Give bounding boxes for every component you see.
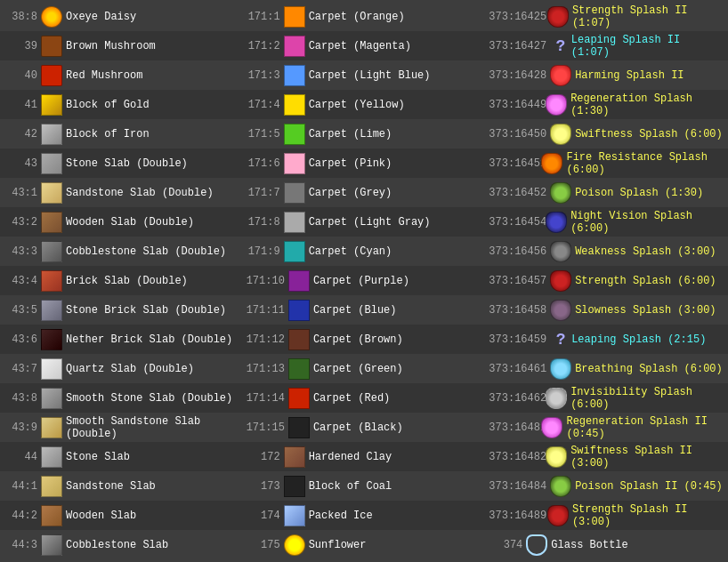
list-item[interactable]: 171:4Carpet (Yellow) (243, 90, 486, 119)
list-item[interactable]: 373:16454Night Vision Splash (6:00) (485, 207, 728, 237)
list-item[interactable]: 43:7Quartz Slab (Double) (0, 354, 243, 383)
list-item[interactable]: 373:16461Breathing Splash (6:00) (485, 354, 728, 383)
list-item[interactable]: 171:3Carpet (Light Blue) (243, 60, 486, 90)
item-name: Nether Brick Slab (Double) (66, 333, 232, 346)
list-item[interactable]: 43:5Stone Brick Slab (Double) (0, 295, 243, 325)
item-id: 171:2 (247, 40, 284, 52)
list-item[interactable]: 43:3Cobblestone Slab (Double) (0, 237, 243, 266)
list-item[interactable]: 171:6Carpet (Pink) (243, 149, 486, 178)
item-id: 373:16452 (489, 187, 550, 199)
list-item[interactable]: 38:8Oxeye Daisy (0, 2, 243, 31)
item-name: Cobblestone Slab (Double) (66, 245, 226, 258)
list-item[interactable]: 173Block of Coal (243, 471, 486, 501)
list-item[interactable]: 171:13Carpet (Green) (243, 354, 486, 383)
list-item[interactable]: 373:16489Strength Splash II (3:00) (485, 501, 728, 530)
list-item[interactable]: 373:16425Strength Splash II (1:07) (485, 2, 728, 31)
carpet-green-icon (288, 358, 310, 380)
item-id: 43:7 (4, 363, 41, 375)
item-id: 43:4 (4, 275, 41, 287)
list-item[interactable]: 41Block of Gold (0, 90, 243, 119)
item-id: 43:2 (4, 216, 41, 229)
list-item[interactable]: 171:9Carpet (Cyan) (243, 237, 486, 266)
list-item[interactable]: 44:3Cobblestone Slab (0, 530, 243, 559)
list-item[interactable]: 44:1Sandstone Slab (0, 471, 243, 501)
list-item[interactable]: 171:10Carpet (Purple) (243, 266, 486, 295)
list-item[interactable]: 43:9Smooth Sandstone Slab (Double) (0, 413, 243, 442)
item-id: 171:13 (247, 363, 288, 375)
list-item[interactable]: 43:1Sandstone Slab (Double) (0, 178, 243, 207)
list-item[interactable]: 374Glass Bottle (485, 530, 728, 559)
list-item[interactable]: 373:16450Swiftness Splash (6:00) (485, 119, 728, 149)
column-0: 38:8Oxeye Daisy39Brown Mushroom40Red Mus… (0, 0, 243, 561)
list-item[interactable]: 44Stone Slab (0, 442, 243, 471)
brick-icon (41, 270, 62, 292)
item-name: Carpet (Light Gray) (309, 216, 431, 229)
carpet-cyan-icon (284, 241, 305, 262)
item-name: Stone Brick Slab (Double) (66, 304, 226, 317)
list-item[interactable]: 373:16459?Leaping Splash (2:15) (485, 325, 728, 354)
list-item[interactable]: 43:4Brick Slab (Double) (0, 266, 243, 295)
potion-breath-icon (550, 358, 571, 380)
list-item[interactable]: 172Hardened Clay (243, 442, 486, 471)
list-item[interactable]: 373:16451Fire Resistance Splash (6:00) (485, 149, 728, 178)
list-item[interactable]: 175Sunflower (243, 530, 486, 559)
item-id: 373:16458 (489, 304, 550, 317)
list-item[interactable]: 171:8Carpet (Light Gray) (243, 207, 486, 237)
list-item[interactable]: 44:2Wooden Slab (0, 501, 243, 530)
list-item[interactable]: 373:16482Swiftness Splash II (3:00) (485, 442, 728, 471)
list-item[interactable]: 373:16428Harming Splash II (485, 60, 728, 90)
item-id: 171:12 (247, 333, 288, 346)
list-item[interactable]: 373:16427?Leaping Splash II (1:07) (485, 31, 728, 60)
item-name: Block of Coal (309, 480, 392, 493)
potion-fire-icon (541, 153, 562, 174)
list-item[interactable]: 373:16449Regeneration Splash (1:30) (485, 90, 728, 119)
list-item[interactable]: 43:2Wooden Slab (Double) (0, 207, 243, 237)
list-item[interactable]: 174Packed Ice (243, 501, 486, 530)
list-item[interactable]: 171:11Carpet (Blue) (243, 295, 486, 325)
carpet-light-blue-icon (284, 65, 305, 86)
list-item[interactable]: 43Stone Slab (Double) (0, 149, 243, 178)
carpet-purple-icon (288, 270, 310, 292)
list-item[interactable]: 171:1Carpet (Orange) (243, 2, 486, 31)
list-item[interactable]: 43:6Nether Brick Slab (Double) (0, 325, 243, 354)
red-mushroom-icon (41, 65, 62, 86)
item-id: 171:9 (247, 245, 284, 258)
list-item[interactable]: 171:7Carpet (Grey) (243, 178, 486, 207)
list-item[interactable]: 171:2Carpet (Magenta) (243, 31, 486, 60)
carpet-pink-icon (284, 153, 305, 174)
list-item[interactable]: 171:14Carpet (Red) (243, 383, 486, 413)
sandstone-icon (41, 182, 62, 204)
item-id: 44:3 (4, 539, 41, 551)
list-item[interactable]: 171:12Carpet (Brown) (243, 325, 486, 354)
list-item[interactable]: 373:16458Slowness Splash (3:00) (485, 295, 728, 325)
carpet-grey-icon (284, 182, 305, 204)
list-item[interactable]: 373:16452Poison Splash (1:30) (485, 178, 728, 207)
item-name: Strength Splash II (1:07) (572, 4, 724, 29)
list-item[interactable]: 40Red Mushroom (0, 60, 243, 90)
list-item[interactable]: 39Brown Mushroom (0, 31, 243, 60)
potion-swift-icon (550, 124, 571, 145)
item-name: Slowness Splash (3:00) (575, 304, 716, 317)
list-item[interactable]: 373:16462Invisibility Splash (6:00) (485, 383, 728, 413)
item-name: Regeneration Splash II (0:45) (566, 415, 724, 440)
item-name: Sandstone Slab (66, 480, 156, 493)
item-name: Quartz Slab (Double) (66, 363, 194, 375)
question-icon: ? (550, 329, 571, 350)
list-item[interactable]: 373:16484Poison Splash II (0:45) (485, 471, 728, 501)
item-id: 373:16459 (489, 333, 550, 346)
list-item[interactable]: 373:16457Strength Splash (6:00) (485, 266, 728, 295)
item-name: Block of Iron (66, 128, 150, 140)
item-id: 171:14 (247, 392, 288, 405)
potion-strength-icon (550, 270, 571, 292)
list-item[interactable]: 373:16481Regeneration Splash II (0:45) (485, 413, 728, 442)
item-name: Poison Splash (1:30) (575, 187, 703, 199)
list-item[interactable]: 373:16456Weakness Splash (3:00) (485, 237, 728, 266)
item-name: Poison Splash II (0:45) (575, 480, 723, 493)
list-item[interactable]: 42Block of Iron (0, 119, 243, 149)
list-item[interactable]: 171:5Carpet (Lime) (243, 119, 486, 149)
list-item[interactable]: 43:8Smooth Stone Slab (Double) (0, 383, 243, 413)
list-item[interactable]: 171:15Carpet (Black) (243, 413, 486, 442)
potion-swift-icon (546, 446, 567, 468)
cobble-slab-icon (41, 534, 62, 556)
potion-regen-icon (541, 417, 562, 438)
